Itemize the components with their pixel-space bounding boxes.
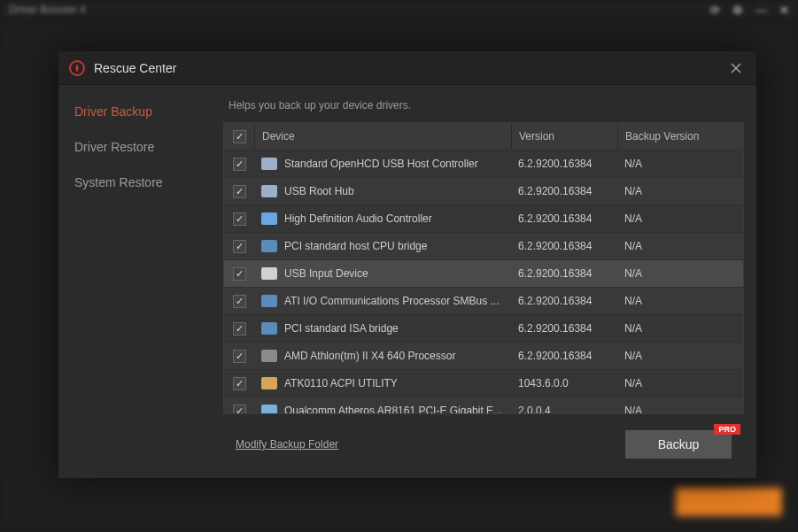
table-header: ✓ Device Version Backup Version bbox=[224, 123, 743, 150]
pci-icon bbox=[261, 322, 277, 335]
device-backup-version: N/A bbox=[617, 185, 724, 197]
device-backup-version: N/A bbox=[617, 295, 724, 307]
device-version: 6.2.9200.16384 bbox=[511, 322, 617, 335]
table-row[interactable]: ✓USB Root Hub6.2.9200.16384N/A bbox=[224, 177, 743, 204]
device-name: USB Root Hub bbox=[284, 185, 354, 197]
device-backup-version: N/A bbox=[617, 267, 724, 280]
net-icon bbox=[261, 405, 277, 413]
device-version: 6.2.9200.16384 bbox=[511, 350, 617, 362]
row-checkbox[interactable]: ✓ bbox=[233, 295, 246, 308]
app-title: Driver Booster 4 bbox=[9, 4, 86, 16]
device-backup-version: N/A bbox=[617, 405, 724, 413]
device-name: ATI I/O Communications Processor SMBus .… bbox=[284, 295, 500, 307]
row-checkbox[interactable]: ✓ bbox=[233, 322, 246, 335]
input-icon bbox=[261, 267, 277, 280]
row-checkbox[interactable]: ✓ bbox=[233, 267, 246, 281]
device-version: 1043.6.0.0 bbox=[511, 377, 617, 389]
audio-icon bbox=[261, 212, 277, 225]
content-area: Helps you back up your device drivers. ✓… bbox=[216, 85, 756, 478]
device-backup-version: N/A bbox=[617, 322, 724, 335]
pro-badge: PRO bbox=[714, 424, 740, 435]
device-version: 6.2.9200.16384 bbox=[511, 240, 617, 252]
row-checkbox[interactable]: ✓ bbox=[233, 212, 246, 226]
modal-title: Rescue Center bbox=[94, 61, 176, 75]
row-checkbox[interactable]: ✓ bbox=[233, 405, 246, 414]
cpu-icon bbox=[261, 350, 277, 362]
rescue-icon bbox=[69, 60, 85, 76]
device-version: 2.0.0.4 bbox=[511, 405, 617, 413]
device-backup-version: N/A bbox=[617, 212, 724, 225]
modify-backup-folder-link[interactable]: Modify Backup Folder bbox=[236, 438, 338, 451]
table-row[interactable]: ✓USB Input Device6.2.9200.16384N/A bbox=[224, 259, 743, 287]
row-checkbox[interactable]: ✓ bbox=[233, 377, 246, 390]
pci-icon bbox=[261, 240, 277, 252]
device-name: High Definition Audio Controller bbox=[284, 212, 432, 225]
usb-icon bbox=[261, 185, 277, 197]
helper-text: Helps you back up your device drivers. bbox=[229, 99, 744, 112]
table-row[interactable]: ✓Standard OpenHCD USB Host Controller6.2… bbox=[224, 150, 743, 177]
select-all-checkbox[interactable]: ✓ bbox=[233, 130, 246, 143]
close-button[interactable] bbox=[726, 58, 746, 78]
select-all-cell: ✓ bbox=[224, 130, 254, 143]
device-backup-version: N/A bbox=[617, 240, 724, 252]
device-name: ATK0110 ACPI UTILITY bbox=[284, 377, 398, 389]
backup-button-wrap: Backup PRO bbox=[625, 430, 732, 459]
device-name: USB Input Device bbox=[284, 267, 368, 280]
usb-icon bbox=[261, 158, 277, 170]
pci-icon bbox=[261, 295, 277, 307]
device-version: 6.2.9200.16384 bbox=[511, 158, 617, 170]
activate-button-blurred bbox=[676, 488, 782, 516]
col-version[interactable]: Version bbox=[511, 123, 617, 150]
sidebar-item-restore[interactable]: Driver Restore bbox=[58, 129, 216, 165]
table-row[interactable]: ✓High Definition Audio Controller6.2.920… bbox=[224, 204, 743, 232]
device-version: 6.2.9200.16384 bbox=[511, 185, 617, 197]
sidebar-item-label: Driver Backup bbox=[74, 104, 152, 119]
board-icon bbox=[261, 377, 277, 389]
device-backup-version: N/A bbox=[617, 350, 724, 362]
col-device[interactable]: Device bbox=[254, 123, 511, 150]
device-name: PCI standard ISA bridge bbox=[284, 322, 399, 335]
table-body[interactable]: ✓Standard OpenHCD USB Host Controller6.2… bbox=[224, 150, 743, 413]
sidebar: Driver BackupDriver RestoreSystem Restor… bbox=[58, 85, 216, 478]
sidebar-item-label: Driver Restore bbox=[74, 140, 154, 154]
modal-header: Rescue Center bbox=[58, 51, 756, 85]
device-backup-version: N/A bbox=[617, 158, 724, 170]
device-name: Qualcomm Atheros AR8161 PCI-E Gigabit E.… bbox=[284, 405, 502, 413]
sidebar-item-system[interactable]: System Restore bbox=[58, 165, 216, 200]
row-checkbox[interactable]: ✓ bbox=[233, 185, 246, 198]
row-checkbox[interactable]: ✓ bbox=[233, 240, 246, 253]
modal-footer: Modify Backup Folder Backup PRO bbox=[223, 414, 744, 474]
row-checkbox[interactable]: ✓ bbox=[233, 158, 246, 171]
table-row[interactable]: ✓AMD Athlon(tm) II X4 640 Processor6.2.9… bbox=[224, 342, 743, 369]
modal-body: Driver BackupDriver RestoreSystem Restor… bbox=[58, 85, 756, 478]
device-name: AMD Athlon(tm) II X4 640 Processor bbox=[284, 350, 455, 362]
sidebar-item-backup[interactable]: Driver Backup bbox=[58, 94, 216, 129]
col-backup-version[interactable]: Backup Version bbox=[617, 123, 724, 150]
table-row[interactable]: ✓PCI standard host CPU bridge6.2.9200.16… bbox=[224, 232, 743, 259]
table-row[interactable]: ✓ATK0110 ACPI UTILITY1043.6.0.0N/A bbox=[224, 369, 743, 397]
sidebar-item-label: System Restore bbox=[74, 175, 163, 189]
device-backup-version: N/A bbox=[617, 377, 724, 389]
device-version: 6.2.9200.16384 bbox=[511, 267, 617, 280]
table-row[interactable]: ✓PCI standard ISA bridge6.2.9200.16384N/… bbox=[224, 314, 743, 342]
device-name: Standard OpenHCD USB Host Controller bbox=[284, 158, 478, 170]
titlebar-icons: ⟳⚙—✕ bbox=[710, 4, 789, 17]
row-checkbox[interactable]: ✓ bbox=[233, 350, 246, 363]
device-name: PCI standard host CPU bridge bbox=[284, 240, 427, 252]
device-version: 6.2.9200.16384 bbox=[511, 212, 617, 225]
table-row[interactable]: ✓ATI I/O Communications Processor SMBus … bbox=[224, 287, 743, 314]
table-row[interactable]: ✓Qualcomm Atheros AR8161 PCI-E Gigabit E… bbox=[224, 397, 743, 413]
driver-table: ✓ Device Version Backup Version ✓Standar… bbox=[223, 122, 744, 414]
app-titlebar: Driver Booster 4 ⟳⚙—✕ bbox=[0, 0, 798, 19]
device-version: 6.2.9200.16384 bbox=[511, 295, 617, 307]
rescue-center-modal: Rescue Center Driver BackupDriver Restor… bbox=[58, 51, 756, 478]
